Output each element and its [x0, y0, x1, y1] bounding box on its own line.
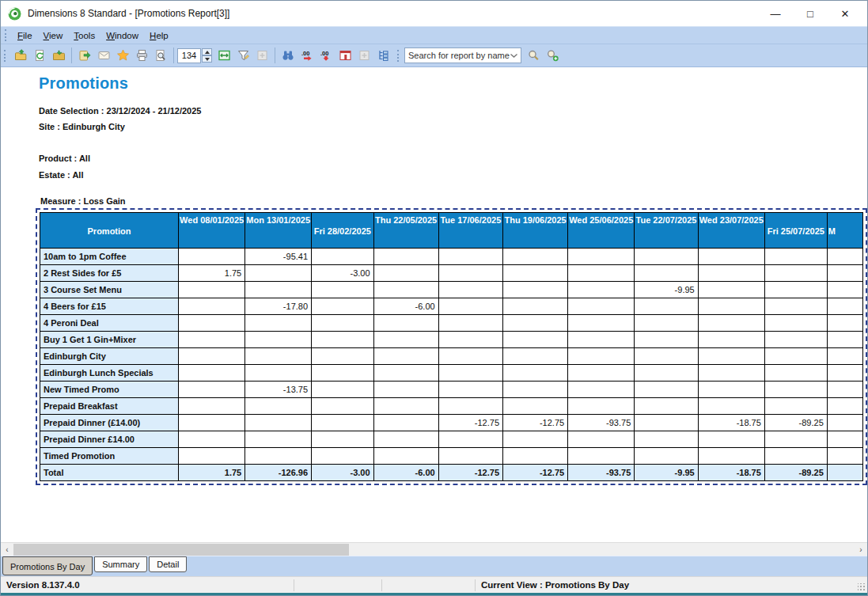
value-cell-clipped	[827, 298, 862, 315]
tab-summary[interactable]: Summary	[94, 556, 147, 572]
value-cell	[635, 265, 698, 282]
value-cell	[373, 398, 438, 415]
value-cell	[373, 348, 438, 365]
value-cell	[312, 382, 373, 398]
value-cell	[312, 315, 373, 332]
value-cell	[245, 332, 312, 348]
zoom-up-button[interactable]	[202, 48, 212, 55]
search-add-button[interactable]	[543, 46, 562, 65]
report-search-input[interactable]: Search for report by name	[408, 51, 510, 60]
value-cell	[698, 332, 764, 348]
value-cell	[764, 348, 827, 365]
fit-width-button[interactable]	[214, 46, 233, 65]
scroll-left-button[interactable]: ‹	[1, 543, 13, 556]
tree-view-button[interactable]	[373, 46, 392, 65]
value-cell	[568, 332, 635, 348]
print-preview-button[interactable]	[151, 46, 170, 65]
maximize-button[interactable]: □	[793, 2, 828, 25]
horizontal-scrollbar[interactable]: ‹ ›	[1, 542, 867, 556]
table-row: 4 Peroni Deal	[40, 315, 863, 332]
toolbar-grip[interactable]	[4, 50, 8, 62]
promotion-label-cell: Timed Promotion	[40, 448, 179, 465]
value-cell: -18.75	[698, 465, 764, 481]
product-text: Product : All	[39, 153, 867, 164]
email-button[interactable]	[94, 46, 113, 65]
fit-width-icon	[218, 49, 231, 62]
scrollbar-thumb[interactable]	[13, 544, 349, 556]
promotion-label-cell: 3 Course Set Menu	[40, 282, 179, 298]
chart-button[interactable]	[335, 46, 354, 65]
report-search-combo[interactable]: Search for report by name	[404, 47, 521, 63]
search-toolbar-grip[interactable]	[397, 50, 401, 62]
column-header-date: Fri 25/07/2025	[764, 213, 827, 249]
filter-button[interactable]	[233, 46, 252, 65]
value-cell	[245, 431, 312, 448]
promotion-label-cell: 10am to 1pm Coffee	[40, 249, 179, 265]
value-cell: -93.75	[568, 465, 635, 481]
tab-detail[interactable]: Detail	[149, 556, 187, 572]
table-row: Buy 1 Get 1 Gin+Mixer	[40, 332, 863, 348]
close-button[interactable]: ✕	[828, 2, 862, 25]
menu-help[interactable]: Help	[144, 28, 174, 43]
value-cell	[312, 298, 373, 315]
menu-tools[interactable]: Tools	[68, 28, 100, 43]
value-cell-clipped	[827, 348, 862, 365]
menu-file[interactable]: File	[12, 28, 38, 43]
value-cell	[635, 348, 698, 365]
view-tab-bar: Promotions By Day Summary Detail	[1, 556, 867, 576]
value-cell	[373, 415, 438, 431]
chart-add-disabled-button[interactable]	[354, 46, 373, 65]
promotion-label-cell: Edinburgh City	[40, 348, 179, 365]
value-cell	[312, 431, 373, 448]
decimal-decrease-button[interactable]: .00	[316, 46, 335, 65]
value-cell	[373, 365, 438, 382]
menu-window[interactable]: Window	[100, 28, 144, 43]
selected-table-region[interactable]: PromotionWed 08/01/2025Mon 13/01/2025Fri…	[36, 208, 867, 485]
menubar-grip[interactable]	[5, 29, 9, 41]
value-cell	[373, 282, 438, 298]
envelope-icon	[97, 49, 111, 62]
column-header-date: Mon 13/01/2025	[245, 213, 312, 249]
value-cell	[245, 315, 312, 332]
scroll-right-button[interactable]: ›	[855, 543, 867, 556]
menu-bar: File View Tools Window Help	[1, 26, 867, 44]
value-cell-clipped	[827, 315, 862, 332]
value-cell: -3.00	[312, 465, 373, 481]
find-button[interactable]	[279, 46, 298, 65]
column-header-date-clipped: M	[827, 213, 862, 249]
minimize-button[interactable]: —	[758, 2, 793, 25]
zoom-down-button[interactable]	[202, 55, 212, 63]
column-header-date: Wed 23/07/2025	[698, 213, 764, 249]
zoom-level-input[interactable]: 134	[177, 48, 201, 63]
value-cell: -17.80	[245, 298, 312, 315]
value-cell: -95.41	[245, 249, 312, 265]
search-button[interactable]	[524, 46, 543, 65]
column-header-date: Thu 19/06/2025	[503, 213, 568, 249]
value-cell	[503, 382, 568, 398]
value-cell: -126.96	[245, 465, 312, 481]
value-cell	[503, 298, 568, 315]
import-report-button[interactable]	[49, 46, 68, 65]
decimal-increase-button[interactable]: .00	[298, 46, 316, 65]
search-icon	[527, 49, 540, 62]
tab-promotions-by-day[interactable]: Promotions By Day	[2, 556, 93, 575]
menu-view[interactable]: View	[38, 28, 69, 43]
refresh-icon	[33, 49, 46, 62]
print-button[interactable]	[132, 46, 151, 65]
value-cell	[764, 448, 827, 465]
value-cell-clipped	[827, 415, 862, 431]
export-icon	[78, 49, 92, 62]
chevron-down-icon[interactable]	[510, 53, 518, 59]
export-button[interactable]	[75, 46, 94, 65]
value-cell	[179, 365, 245, 382]
refresh-report-button[interactable]	[30, 46, 49, 65]
value-cell	[438, 265, 502, 282]
current-view-text: Current View : Promotions By Day	[476, 577, 635, 593]
resize-grip[interactable]	[858, 583, 866, 591]
value-cell	[764, 282, 827, 298]
favorites-button[interactable]	[113, 46, 132, 65]
table-row: 4 Beers for £15-17.80-6.00	[40, 298, 863, 315]
add-disabled-button[interactable]	[252, 46, 271, 65]
open-folder-icon	[14, 49, 28, 62]
open-report-button[interactable]	[11, 46, 30, 65]
